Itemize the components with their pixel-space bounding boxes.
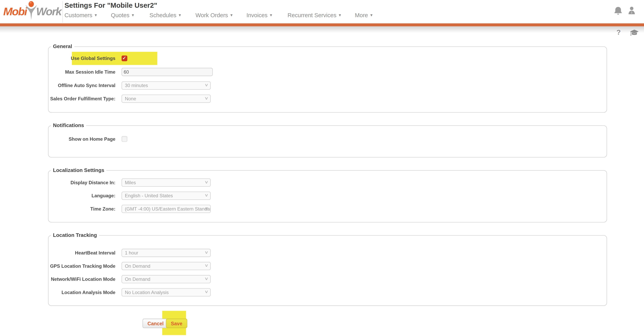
display-distance-in-select[interactable]: Miles∨ [122,178,211,187]
field-label: Network/WiFi Location Mode [48,277,116,281]
field-label: Time Zone: [48,206,116,211]
select-value: (GMT -4:00) US/Eastern Eastern Standard [125,206,211,211]
chevron-down-icon: ∨ [204,276,208,281]
training-graduation-cap-icon[interactable] [630,30,639,37]
mobiwork-logo[interactable]: Mobi Work [3,1,61,22]
logo-text-mobi: Mobi [3,1,27,22]
select-value: English - United States [125,193,173,198]
nav-label: More [355,12,368,19]
select-value: 1 hour [125,250,138,255]
chevron-down-icon: ▼ [178,13,182,17]
nav-item-customers[interactable]: Customers▼ [64,12,98,19]
chevron-down-icon: ∨ [204,96,208,100]
offline-auto-sync-interval-select[interactable]: 30 minutes∨ [122,81,211,90]
chevron-down-icon: ▼ [131,13,135,17]
chevron-down-icon: ▼ [370,13,374,17]
heartbeat-interval-select[interactable]: 1 hour∨ [122,249,211,257]
section-localization-settings: Localization Settings Display Distance I… [48,167,607,222]
field-label: Use Global Settings [48,56,116,61]
settings-page: Mobi Work Settings For "Mobile User2" Cu… [0,0,644,336]
network-wifi-location-mode-select[interactable]: On Demand∨ [122,275,211,283]
section-general: General Use Global Settings Max Session … [48,44,607,113]
field-show-on-home-page: Show on Home Page [48,135,607,143]
logo-person-icon [25,1,37,20]
field-label: GPS Location Tracking Mode [48,264,116,268]
field-label: Display Distance In: [48,180,116,185]
language-select[interactable]: English - United States∨ [122,192,211,200]
chevron-down-icon: ▼ [94,13,98,17]
field-label: Language: [48,193,116,198]
nav-item-quotes[interactable]: Quotes▼ [111,12,135,19]
bar-shadow [0,26,644,33]
nav-label: Schedules [150,12,176,19]
field-location-analysis-mode: Location Analysis Mode No Location Analy… [48,288,607,297]
gps-location-tracking-mode-select[interactable]: On Demand∨ [122,262,211,270]
nav-item-more[interactable]: More▼ [355,12,373,19]
use-global-settings-checkbox[interactable] [122,56,127,61]
chevron-down-icon: ∨ [204,83,208,87]
nav-item-schedules[interactable]: Schedules▼ [150,12,182,19]
section-notifications: Notifications Show on Home Page [48,123,607,158]
field-label: Sales Order Fulfillment Type: [48,96,116,101]
notifications-bell-icon[interactable] [614,6,623,15]
field-time-zone: Time Zone: (GMT -4:00) US/Eastern Easter… [48,205,607,213]
nav-label: Invoices [246,12,268,19]
header-divider [62,1,63,23]
user-account-icon[interactable] [627,6,636,15]
section-legend: Localization Settings [51,167,106,173]
chevron-down-icon: ∨ [204,250,208,254]
field-use-global-settings: Use Global Settings [48,54,607,63]
field-label: HeartBeat Interval [48,250,116,255]
field-label: Show on Home Page [48,137,116,142]
chevron-down-icon: ∨ [204,180,208,184]
select-value: 30 minutes [125,83,148,88]
field-label: Offline Auto Sync Interval [48,83,116,88]
chevron-down-icon: ∨ [204,263,208,268]
select-value: On Demand [125,277,150,281]
field-network-wifi-location-mode: Network/WiFi Location Mode On Demand∨ [48,275,607,283]
field-sales-order-fulfillment-type: Sales Order Fulfillment Type: None∨ [48,95,607,103]
chevron-down-icon: ▼ [269,13,273,17]
chevron-down-icon: ∨ [204,206,208,211]
max-session-idle-time-input[interactable] [122,68,213,76]
nav-item-invoices[interactable]: Invoices▼ [246,12,273,19]
field-max-session-idle-time: Max Session Idle Time [48,68,607,76]
cancel-button[interactable]: Cancel [142,318,168,328]
location-analysis-mode-select[interactable]: No Location Analysis∨ [122,288,211,297]
accent-bar [0,23,644,26]
field-offline-auto-sync-interval: Offline Auto Sync Interval 30 minutes∨ [48,81,607,90]
nav-label: Customers [64,12,92,19]
form-actions: Cancel Save [48,311,607,336]
nav-item-recurrent-services[interactable]: Recurrent Services▼ [288,12,342,19]
chevron-down-icon: ∨ [204,193,208,197]
select-value: On Demand [125,264,150,268]
field-label: Max Session Idle Time [48,70,116,74]
chevron-down-icon: ▼ [230,13,234,17]
help-icon[interactable]: ? [616,28,621,37]
show-on-home-page-checkbox[interactable] [122,136,127,142]
app-header: Mobi Work Settings For "Mobile User2" Cu… [0,0,644,23]
section-legend: General [51,44,74,49]
sales-order-fulfillment-type-select[interactable]: None∨ [122,95,211,103]
field-label: Location Analysis Mode [48,290,116,295]
save-button[interactable]: Save [166,318,187,328]
field-display-distance-in: Display Distance In: Miles∨ [48,178,607,187]
nav-item-work-orders[interactable]: Work Orders▼ [196,12,233,19]
select-value: None [125,96,136,101]
nav-label: Quotes [111,12,130,19]
select-value: No Location Analysis [125,290,169,295]
section-legend: Notifications [51,123,86,128]
time-zone-select[interactable]: (GMT -4:00) US/Eastern Eastern Standard∨ [122,205,211,213]
section-legend: Location Tracking [51,232,99,238]
chevron-down-icon: ∨ [204,289,208,294]
settings-form: General Use Global Settings Max Session … [48,44,607,336]
field-language: Language: English - United States∨ [48,192,607,200]
chevron-down-icon: ▼ [338,13,342,17]
nav-label: Recurrent Services [288,12,336,19]
field-gps-location-tracking-mode: GPS Location Tracking Mode On Demand∨ [48,262,607,270]
select-value: Miles [125,180,136,185]
page-title: Settings For "Mobile User2" [64,2,157,10]
nav-label: Work Orders [196,12,228,19]
logo-text-work: Work [36,1,61,22]
field-heartbeat-interval: HeartBeat Interval 1 hour∨ [48,249,607,257]
